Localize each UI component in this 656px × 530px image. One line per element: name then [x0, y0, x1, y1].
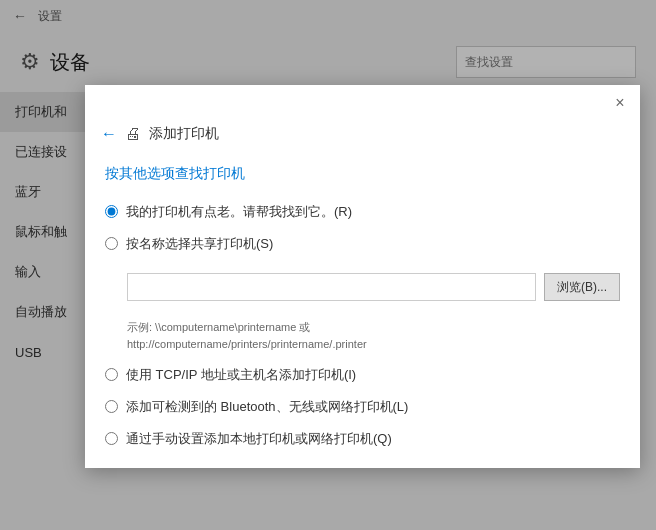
- radio-tcpip[interactable]: [105, 368, 118, 381]
- radio-bluetooth-label[interactable]: 添加可检测到的 Bluetooth、无线或网络打印机(L): [126, 398, 408, 416]
- radio-item-old-printer: 我的打印机有点老。请帮我找到它。(R): [105, 203, 620, 221]
- radio-group: 我的打印机有点老。请帮我找到它。(R) 按名称选择共享打印机(S) 浏览(B).…: [105, 203, 620, 448]
- printer-icon: 🖨: [125, 125, 141, 143]
- radio-manual-label[interactable]: 通过手动设置添加本地打印机或网络打印机(Q): [126, 430, 392, 448]
- dialog-titlebar: ×: [85, 85, 640, 121]
- dialog-header: ← 🖨 添加打印机: [85, 121, 640, 155]
- browse-button[interactable]: 浏览(B)...: [544, 273, 620, 301]
- dialog-close-button[interactable]: ×: [608, 91, 632, 115]
- radio-old-printer[interactable]: [105, 205, 118, 218]
- radio-item-shared-printer: 按名称选择共享打印机(S): [105, 235, 620, 253]
- radio-item-bluetooth: 添加可检测到的 Bluetooth、无线或网络打印机(L): [105, 398, 620, 416]
- radio-bluetooth[interactable]: [105, 400, 118, 413]
- radio-old-printer-label[interactable]: 我的打印机有点老。请帮我找到它。(R): [126, 203, 352, 221]
- shared-printer-input-row: 浏览(B)...: [127, 273, 620, 301]
- radio-tcpip-label[interactable]: 使用 TCP/IP 地址或主机名添加打印机(I): [126, 366, 356, 384]
- radio-shared-printer[interactable]: [105, 237, 118, 250]
- shared-printer-input[interactable]: [127, 273, 536, 301]
- dialog-back-button[interactable]: ←: [101, 125, 117, 143]
- dialog-title-text: 添加打印机: [149, 125, 219, 143]
- radio-shared-printer-label[interactable]: 按名称选择共享打印机(S): [126, 235, 273, 253]
- add-printer-dialog: × ← 🖨 添加打印机 按其他选项查找打印机 我的打印机有点老。请帮我找到它。(…: [85, 85, 640, 468]
- radio-item-tcpip: 使用 TCP/IP 地址或主机名添加打印机(I): [105, 366, 620, 384]
- find-printer-link[interactable]: 按其他选项查找打印机: [105, 165, 245, 183]
- example-text: 示例: \\computername\printername 或 http://…: [127, 319, 620, 352]
- radio-manual[interactable]: [105, 432, 118, 445]
- radio-item-manual: 通过手动设置添加本地打印机或网络打印机(Q): [105, 430, 620, 448]
- dialog-body: 按其他选项查找打印机 我的打印机有点老。请帮我找到它。(R) 按名称选择共享打印…: [85, 155, 640, 468]
